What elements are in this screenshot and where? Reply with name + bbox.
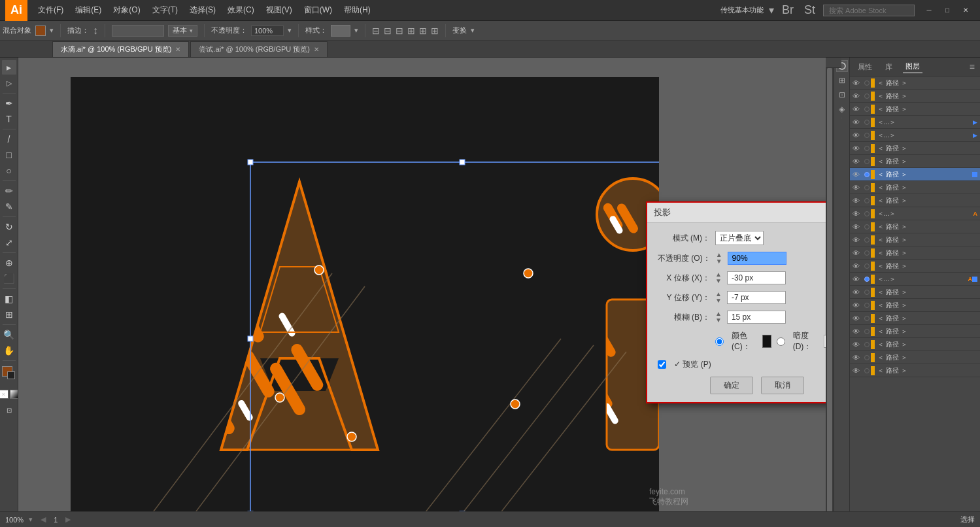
eye-icon[interactable]: 👁 (853, 92, 863, 100)
layer-row[interactable]: 👁 ＜ 路径 ＞ (850, 194, 980, 207)
stroke-weight-select[interactable]: 基本 ▾ (168, 25, 197, 37)
opacity-input[interactable] (728, 252, 786, 265)
direct-select-tool[interactable]: ▷ (2, 76, 16, 90)
layer-expand[interactable]: ▶ (973, 132, 977, 139)
stock-icon[interactable]: St (804, 3, 815, 17)
x-offset-input[interactable] (727, 271, 786, 284)
ok-button[interactable]: 确定 (710, 377, 753, 394)
nav-next[interactable]: ▶ (65, 515, 71, 524)
opacity-spinner[interactable]: ▲▼ (716, 252, 722, 265)
layer-row[interactable]: 👁 ＜ 路径 ＞ (850, 364, 980, 377)
layer-target[interactable] (864, 224, 870, 230)
layer-target[interactable] (864, 211, 870, 216)
layer-row[interactable]: 👁 ＜ 路径 ＞ (850, 351, 980, 364)
layer-row-ai[interactable]: 👁 ＜...＞ A (850, 273, 980, 286)
layer-row[interactable]: 👁 ＜ 路径 ＞ (850, 181, 980, 194)
fill-swatch[interactable] (35, 26, 46, 36)
align-center-v-icon[interactable]: ⊞ (419, 26, 427, 36)
panel-layers-btn[interactable]: ⊞ (836, 75, 848, 86)
layer-row[interactable]: 👁 ＜...＞ ▶ (850, 116, 980, 129)
zoom-level[interactable]: 100% (5, 516, 24, 524)
gradient-tool[interactable]: ◧ (2, 292, 16, 306)
preview-checkbox[interactable] (658, 360, 666, 369)
layer-target[interactable] (864, 303, 870, 308)
eye-icon[interactable]: 👁 (853, 314, 863, 322)
menu-text[interactable]: 文字(T) (147, 2, 183, 18)
blur-input[interactable] (727, 311, 786, 324)
opacity-arrow[interactable]: ▾ (288, 26, 292, 35)
mode-select[interactable]: 正片叠底 (715, 231, 764, 245)
layer-target[interactable] (864, 107, 870, 112)
zoom-tool[interactable]: 🔍 (2, 328, 16, 342)
canvas-area[interactable]: 投影 模式 (M)： 正片叠底 不透明度 (O)： ▲▼ (18, 58, 826, 527)
transform-arrow[interactable]: ▾ (471, 26, 475, 35)
layer-row[interactable]: 👁 ＜...＞ ▶ (850, 129, 980, 142)
layer-target[interactable] (864, 237, 870, 243)
layer-target[interactable] (864, 264, 870, 269)
layer-row[interactable]: 👁 ＜ 路径 ＞ (850, 312, 980, 325)
graph-tool[interactable]: ⬛ (2, 271, 16, 286)
tab-try[interactable]: 尝试.ai* @ 100% (RGB/GPU 预览) ✕ (190, 41, 327, 57)
x-spinner[interactable]: ▲▼ (715, 271, 722, 284)
eye-icon[interactable]: 👁 (853, 249, 863, 257)
layer-row[interactable]: 👁 ＜ 路径 ＞ (850, 286, 980, 299)
style-arrow[interactable]: ▾ (354, 26, 358, 35)
layer-target[interactable] (864, 120, 870, 125)
align-center-h-icon[interactable]: ⊟ (384, 26, 392, 36)
blend-tool[interactable]: ⊕ (2, 256, 16, 270)
menu-edit[interactable]: 编辑(E) (70, 2, 107, 18)
layer-row[interactable]: 👁 ＜ 路径 ＞ (850, 338, 980, 351)
color-radio[interactable] (715, 337, 724, 346)
eye-icon[interactable]: 👁 (853, 171, 863, 178)
panel-tab-properties[interactable]: 属性 (855, 61, 875, 73)
layer-target[interactable] (864, 329, 870, 334)
stroke-field[interactable] (112, 25, 164, 37)
layer-row[interactable]: 👁 ＜ 路径 ＞ (850, 76, 980, 90)
eye-icon[interactable]: 👁 (853, 158, 863, 165)
layer-target[interactable] (864, 80, 870, 86)
scale-tool[interactable]: ⤢ (2, 235, 16, 250)
layer-target[interactable] (864, 94, 870, 99)
eye-icon[interactable]: 👁 (853, 79, 863, 87)
pencil-tool[interactable]: ✎ (2, 199, 16, 214)
eye-icon[interactable]: 👁 (853, 301, 863, 309)
type-tool[interactable]: T (2, 112, 16, 126)
layer-row[interactable]: 👁 ＜ 路径 ＞ (850, 220, 980, 233)
menu-file[interactable]: 文件(F) (33, 2, 69, 18)
artboard-tool[interactable]: ⊡ (2, 403, 16, 417)
workspace-dropdown-icon[interactable]: ▾ (769, 4, 774, 16)
rect-tool[interactable]: □ (2, 148, 16, 162)
y-spinner[interactable]: ▲▼ (715, 291, 722, 304)
layer-row[interactable]: 👁 ＜ 路径 ＞ (850, 299, 980, 312)
panel-tab-library[interactable]: 库 (883, 61, 895, 73)
panel-tab-layers[interactable]: 图层 (903, 60, 922, 73)
layer-target[interactable] (864, 290, 870, 295)
layer-row[interactable]: 👁 ＜ 路径 ＞ (850, 233, 980, 246)
opacity-input[interactable] (251, 26, 284, 36)
layer-target[interactable] (864, 159, 870, 164)
layer-row-selected[interactable]: 👁 ＜ 路径 ＞ (850, 168, 980, 181)
eye-icon[interactable]: 👁 (853, 354, 863, 362)
close-button[interactable]: ✕ (956, 4, 975, 17)
eye-icon[interactable]: 👁 (853, 184, 863, 192)
brush-tool[interactable]: ✏ (2, 184, 16, 198)
eye-icon[interactable]: 👁 (853, 288, 863, 296)
eye-icon[interactable]: 👁 (853, 223, 863, 231)
style-swatch[interactable] (331, 25, 350, 37)
layer-target[interactable] (864, 355, 870, 360)
panel-appearance-btn[interactable]: ◈ (836, 103, 848, 115)
menu-effect[interactable]: 效果(C) (222, 2, 260, 18)
layer-row[interactable]: 👁 ＜ 路径 ＞ (850, 246, 980, 260)
menu-object[interactable]: 对象(O) (108, 2, 145, 18)
layer-target-selected[interactable] (864, 277, 870, 282)
menu-help[interactable]: 帮助(H) (339, 2, 376, 18)
background-color[interactable] (7, 371, 15, 379)
eye-icon[interactable]: 👁 (853, 328, 863, 335)
eye-icon[interactable]: 👁 (853, 118, 863, 126)
align-left-icon[interactable]: ⊟ (372, 26, 380, 36)
layer-target[interactable] (864, 342, 870, 347)
nav-prev[interactable]: ◀ (41, 515, 46, 524)
cancel-button[interactable]: 取消 (761, 377, 804, 394)
darkness-radio[interactable] (777, 337, 785, 346)
panel-artboards-btn[interactable]: ⊡ (836, 89, 848, 101)
